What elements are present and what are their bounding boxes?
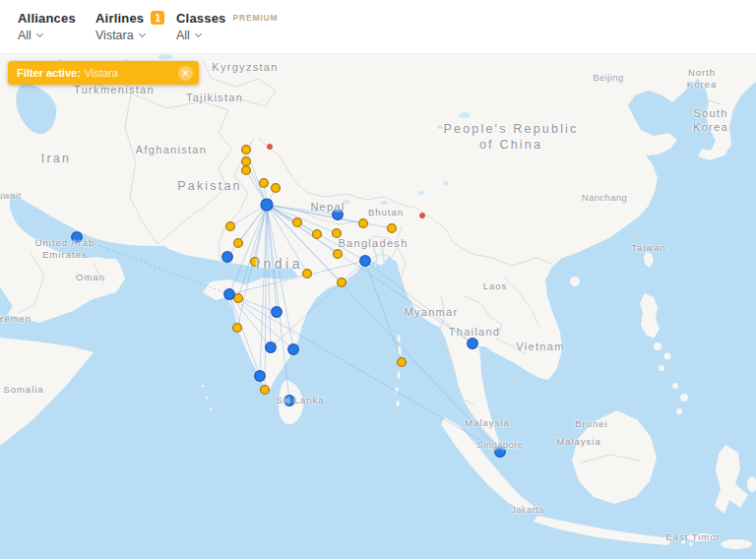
alliances-value: All xyxy=(18,29,32,42)
airport-dot-marker-nw xyxy=(268,145,273,150)
airport-dot-colombo[interactable] xyxy=(284,396,295,406)
airport-dot-chandigarh[interactable] xyxy=(260,179,269,188)
classes-value: All xyxy=(176,29,190,42)
airport-dot-raipur[interactable] xyxy=(303,270,312,279)
airlines-count-badge: 1 xyxy=(151,11,164,25)
airport-dot-marker-ne xyxy=(420,214,425,218)
airlines-dropdown[interactable]: Vistara xyxy=(95,29,164,42)
airport-dot-pune[interactable] xyxy=(234,294,243,303)
glacier-patch xyxy=(418,191,424,195)
airport-dot-dehradun[interactable] xyxy=(272,184,281,193)
chevron-down-icon xyxy=(36,31,43,37)
alliances-filter[interactable]: Alliances All xyxy=(18,10,76,42)
airport-dot-varanasi[interactable] xyxy=(313,230,322,239)
filter-banner-prefix: Filter active: xyxy=(17,67,81,79)
chevron-down-icon xyxy=(139,31,146,37)
glacier-patch xyxy=(443,181,449,185)
airport-dot-kochi[interactable] xyxy=(255,371,266,382)
airport-dot-lucknow[interactable] xyxy=(293,218,302,227)
glacier-patch xyxy=(312,207,322,212)
airport-dot-hyderabad[interactable] xyxy=(272,307,283,318)
airport-dot-delhi[interactable] xyxy=(261,199,273,211)
airport-dot-ahmedabad[interactable] xyxy=(222,252,233,263)
app-screen: Alliances All Airlines 1 Vistara Classes… xyxy=(0,0,756,559)
airport-dot-srinagar[interactable] xyxy=(242,146,251,155)
airport-dot-jammu[interactable] xyxy=(242,157,251,166)
airport-dot-ranchi[interactable] xyxy=(334,250,343,259)
premium-badge: PREMIUM xyxy=(233,13,279,23)
lake xyxy=(459,112,471,118)
filter-active-banner: Filter active: Vistara × xyxy=(8,61,199,85)
airlines-label: Airlines xyxy=(95,11,144,26)
airport-dot-bangalore[interactable] xyxy=(266,342,277,353)
classes-label: Classes xyxy=(176,11,226,26)
airport-dot-singapore[interactable] xyxy=(495,447,506,458)
airport-dot-bhubaneswar[interactable] xyxy=(338,279,346,287)
airport-dot-trivandrum[interactable] xyxy=(261,386,270,395)
airport-dot-jaipur[interactable] xyxy=(226,222,235,231)
alliances-label: Alliances xyxy=(18,11,76,26)
airport-dot-kathmandu[interactable] xyxy=(333,210,344,220)
airport-dot-bangkok[interactable] xyxy=(468,339,478,349)
airport-dot-amritsar[interactable] xyxy=(242,166,251,175)
classes-dropdown[interactable]: All xyxy=(176,29,278,42)
airlines-filter[interactable]: Airlines 1 Vistara xyxy=(95,10,164,42)
airport-dot-chennai[interactable] xyxy=(288,344,299,355)
airport-dot-kolkata[interactable] xyxy=(360,256,371,267)
airport-dot-dubai[interactable] xyxy=(72,232,83,243)
classes-filter[interactable]: Classes PREMIUM All xyxy=(176,10,278,42)
airport-dot-mumbai[interactable] xyxy=(224,289,235,300)
filter-banner-value: Vistara xyxy=(85,67,118,79)
close-icon[interactable]: × xyxy=(178,66,193,81)
lake xyxy=(437,125,443,129)
lake xyxy=(158,55,173,60)
glacier-patch xyxy=(380,201,388,205)
alliances-dropdown[interactable]: All xyxy=(18,29,76,42)
airport-dot-patna[interactable] xyxy=(333,229,342,238)
filter-bar: Alliances All Airlines 1 Vistara Classes… xyxy=(0,0,756,54)
chevron-down-icon xyxy=(195,31,202,37)
airport-dot-bagdogra[interactable] xyxy=(359,219,368,228)
glacier-patch xyxy=(343,200,350,204)
airlines-value: Vistara xyxy=(95,29,134,42)
airport-dot-guwahati[interactable] xyxy=(388,224,397,233)
airport-dot-indore[interactable] xyxy=(251,258,260,267)
airport-dot-port-blair[interactable] xyxy=(398,358,407,367)
airport-dot-goa[interactable] xyxy=(233,324,242,333)
route-map[interactable]: KyrgyzstanTurkmenistanTajikistanAfghanis… xyxy=(0,54,756,559)
airport-dot-udaipur[interactable] xyxy=(234,239,243,248)
